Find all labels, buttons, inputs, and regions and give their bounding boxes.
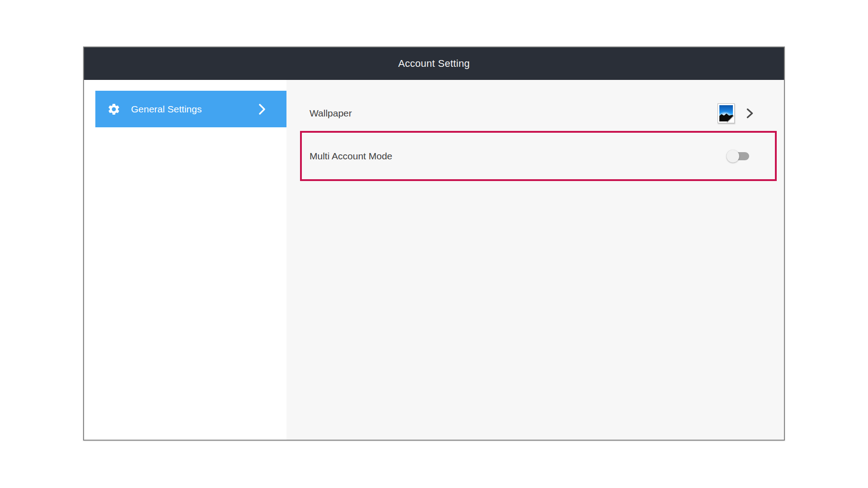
chevron-right-icon — [258, 103, 266, 115]
thumbnail-fold — [727, 116, 734, 122]
settings-row-wallpaper[interactable]: Wallpaper — [286, 89, 784, 138]
titlebar: Account Setting — [84, 47, 784, 80]
sidebar-item-general-settings[interactable]: General Settings — [95, 91, 286, 127]
chevron-right-icon — [746, 108, 754, 119]
multi-account-row-label: Multi Account Mode — [310, 151, 392, 162]
sidebar: General Settings — [84, 80, 286, 440]
page-title: Account Setting — [398, 58, 470, 70]
gear-icon — [107, 102, 121, 116]
settings-row-multi-account[interactable]: Multi Account Mode — [286, 131, 784, 181]
multi-account-toggle[interactable] — [730, 152, 749, 160]
content-panel: Wallpaper Multi Account Mode — [286, 80, 784, 440]
window-body: General Settings Wallpaper — [84, 80, 784, 440]
wallpaper-row-label: Wallpaper — [310, 108, 352, 119]
settings-window: Account Setting General Settings Wallpap… — [83, 46, 785, 441]
wallpaper-thumbnail-icon — [718, 103, 735, 123]
sidebar-item-label: General Settings — [131, 104, 202, 115]
toggle-thumb[interactable] — [727, 150, 739, 163]
